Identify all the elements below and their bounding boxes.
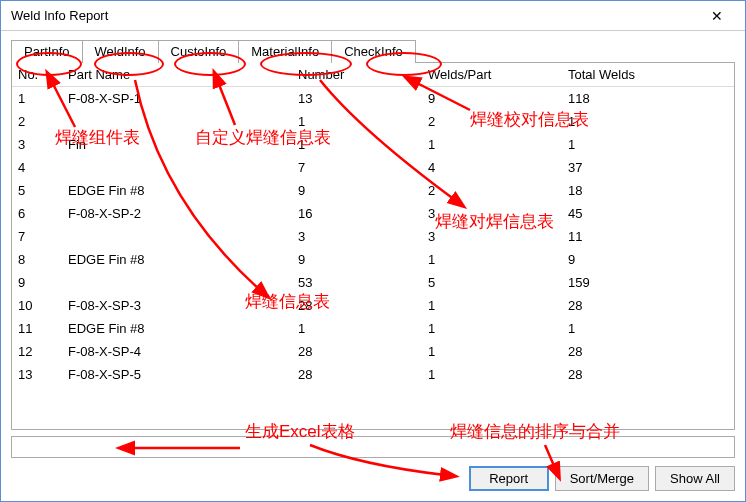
cell-no: 13 bbox=[12, 363, 62, 386]
table-row[interactable]: 5EDGE Fin #89218 bbox=[12, 179, 734, 202]
cell-part: EDGE Fin #8 bbox=[62, 248, 292, 271]
data-table: No. Part Name Number Welds/Part Total We… bbox=[12, 63, 734, 386]
cell-no: 7 bbox=[12, 225, 62, 248]
cell-no: 6 bbox=[12, 202, 62, 225]
cell-number: 13 bbox=[292, 87, 422, 111]
col-header-part-name[interactable]: Part Name bbox=[62, 63, 292, 87]
cell-welds: 1 bbox=[422, 248, 562, 271]
cell-total: 1 bbox=[562, 133, 734, 156]
tab-label: CheckInfo bbox=[344, 44, 403, 59]
tab-materialinfo[interactable]: MaterialInfo bbox=[238, 40, 332, 63]
cell-part: F-08-X-SP-4 bbox=[62, 340, 292, 363]
cell-part: F-08-X-SP-2 bbox=[62, 202, 292, 225]
cell-no: 1 bbox=[12, 87, 62, 111]
table-row[interactable]: 11EDGE Fin #8111 bbox=[12, 317, 734, 340]
table-row[interactable]: 2121 bbox=[12, 110, 734, 133]
table-row[interactable]: 3Fin111 bbox=[12, 133, 734, 156]
cell-part bbox=[62, 156, 292, 179]
table-row[interactable]: 8EDGE Fin #8919 bbox=[12, 248, 734, 271]
tab-label: WeldInfo bbox=[95, 44, 146, 59]
table-row[interactable]: 47437 bbox=[12, 156, 734, 179]
cell-part: F-08-X-SP-1 bbox=[62, 87, 292, 111]
cell-total: 1 bbox=[562, 110, 734, 133]
table-row[interactable]: 13F-08-X-SP-528128 bbox=[12, 363, 734, 386]
cell-no: 2 bbox=[12, 110, 62, 133]
cell-number: 28 bbox=[292, 340, 422, 363]
table-row[interactable]: 12F-08-X-SP-428128 bbox=[12, 340, 734, 363]
cell-part bbox=[62, 271, 292, 294]
cell-part: EDGE Fin #8 bbox=[62, 317, 292, 340]
tab-label: MaterialInfo bbox=[251, 44, 319, 59]
cell-number: 1 bbox=[292, 110, 422, 133]
cell-no: 3 bbox=[12, 133, 62, 156]
cell-welds: 3 bbox=[422, 225, 562, 248]
table-row[interactable]: 73311 bbox=[12, 225, 734, 248]
cell-number: 28 bbox=[292, 294, 422, 317]
cell-part bbox=[62, 225, 292, 248]
table-row[interactable]: 6F-08-X-SP-216345 bbox=[12, 202, 734, 225]
cell-total: 28 bbox=[562, 294, 734, 317]
cell-no: 9 bbox=[12, 271, 62, 294]
cell-total: 28 bbox=[562, 363, 734, 386]
window-title: Weld Info Report bbox=[11, 8, 108, 23]
col-header-no[interactable]: No. bbox=[12, 63, 62, 87]
tab-label: PartInfo bbox=[24, 44, 70, 59]
table-container: No. Part Name Number Welds/Part Total We… bbox=[11, 63, 735, 430]
table-row[interactable]: 9535159 bbox=[12, 271, 734, 294]
col-header-welds-part[interactable]: Welds/Part bbox=[422, 63, 562, 87]
tab-checkinfo[interactable]: CheckInfo bbox=[331, 40, 416, 63]
table-row[interactable]: 10F-08-X-SP-328128 bbox=[12, 294, 734, 317]
cell-welds: 1 bbox=[422, 363, 562, 386]
table-row[interactable]: 1F-08-X-SP-1139118 bbox=[12, 87, 734, 111]
cell-total: 1 bbox=[562, 317, 734, 340]
cell-number: 16 bbox=[292, 202, 422, 225]
cell-part: F-08-X-SP-5 bbox=[62, 363, 292, 386]
cell-total: 37 bbox=[562, 156, 734, 179]
tab-partinfo[interactable]: PartInfo bbox=[11, 40, 83, 63]
col-header-number[interactable]: Number bbox=[292, 63, 422, 87]
cell-no: 11 bbox=[12, 317, 62, 340]
col-header-total-welds[interactable]: Total Welds bbox=[562, 63, 734, 87]
show-all-button[interactable]: Show All bbox=[655, 466, 735, 491]
cell-part: EDGE Fin #8 bbox=[62, 179, 292, 202]
cell-welds: 1 bbox=[422, 340, 562, 363]
cell-welds: 2 bbox=[422, 110, 562, 133]
cell-welds: 9 bbox=[422, 87, 562, 111]
cell-no: 10 bbox=[12, 294, 62, 317]
close-icon: ✕ bbox=[711, 8, 723, 24]
content-area: PartInfo WeldInfo CustoInfo MaterialInfo… bbox=[1, 31, 745, 501]
sort-merge-button[interactable]: Sort/Merge bbox=[555, 466, 649, 491]
cell-welds: 4 bbox=[422, 156, 562, 179]
cell-total: 18 bbox=[562, 179, 734, 202]
cell-welds: 3 bbox=[422, 202, 562, 225]
cell-number: 1 bbox=[292, 133, 422, 156]
tab-label: CustoInfo bbox=[171, 44, 227, 59]
table-body: 1F-08-X-SP-113911821213Fin111474375EDGE … bbox=[12, 87, 734, 387]
status-bar bbox=[11, 436, 735, 458]
cell-number: 28 bbox=[292, 363, 422, 386]
cell-total: 11 bbox=[562, 225, 734, 248]
cell-total: 118 bbox=[562, 87, 734, 111]
close-button[interactable]: ✕ bbox=[697, 2, 737, 30]
cell-no: 5 bbox=[12, 179, 62, 202]
cell-number: 9 bbox=[292, 248, 422, 271]
cell-total: 9 bbox=[562, 248, 734, 271]
cell-welds: 1 bbox=[422, 294, 562, 317]
report-button[interactable]: Report bbox=[469, 466, 549, 491]
titlebar: Weld Info Report ✕ bbox=[1, 1, 745, 31]
button-row: Report Sort/Merge Show All bbox=[11, 466, 735, 491]
header-row: No. Part Name Number Welds/Part Total We… bbox=[12, 63, 734, 87]
cell-welds: 5 bbox=[422, 271, 562, 294]
cell-part: Fin bbox=[62, 133, 292, 156]
cell-total: 28 bbox=[562, 340, 734, 363]
tab-custoinfo[interactable]: CustoInfo bbox=[158, 40, 240, 63]
cell-no: 12 bbox=[12, 340, 62, 363]
cell-total: 45 bbox=[562, 202, 734, 225]
table-scroll[interactable]: No. Part Name Number Welds/Part Total We… bbox=[12, 63, 734, 429]
cell-part: F-08-X-SP-3 bbox=[62, 294, 292, 317]
cell-welds: 1 bbox=[422, 317, 562, 340]
cell-number: 9 bbox=[292, 179, 422, 202]
tab-bar: PartInfo WeldInfo CustoInfo MaterialInfo… bbox=[11, 39, 735, 63]
tab-weldinfo[interactable]: WeldInfo bbox=[82, 40, 159, 63]
cell-welds: 2 bbox=[422, 179, 562, 202]
